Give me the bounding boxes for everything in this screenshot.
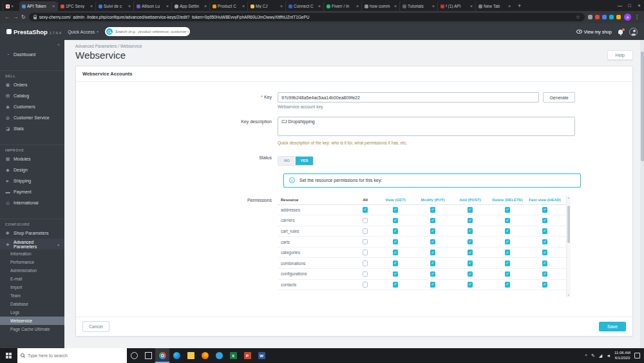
checkbox-permission[interactable]: ✓ bbox=[430, 228, 436, 234]
browser-tab[interactable]: Product C× bbox=[209, 1, 247, 11]
browser-tab[interactable]: M× bbox=[3, 1, 19, 11]
checkbox-permission[interactable]: ✓ bbox=[468, 228, 473, 234]
generate-button[interactable]: Generate bbox=[543, 92, 575, 103]
action-center-icon[interactable] bbox=[634, 353, 640, 358]
tab-close-icon[interactable]: × bbox=[508, 4, 511, 8]
sidebar-item-orders[interactable]: ▣Orders bbox=[0, 79, 64, 90]
sidebar-item-shop-parameters[interactable]: ✱Shop Parameters bbox=[0, 228, 64, 239]
url-text[interactable]: sexy-cherry.com/_admin_/index.php/config… bbox=[39, 15, 573, 19]
admin-profile-avatar[interactable] bbox=[629, 28, 638, 36]
checkbox-all[interactable]: ✓ bbox=[363, 207, 368, 213]
scroll-up-icon[interactable]: ▴ bbox=[567, 196, 571, 199]
checkbox-permission[interactable]: ✓ bbox=[393, 271, 399, 277]
checkbox-permission[interactable]: ✓ bbox=[430, 271, 436, 277]
checkbox-permission[interactable]: ✓ bbox=[430, 250, 436, 255]
sidebar-item-customer-service[interactable]: ◍Customer Service bbox=[0, 112, 64, 123]
checkbox-permission[interactable]: ✓ bbox=[468, 218, 473, 224]
browser-tab[interactable]: My CJ× bbox=[247, 1, 285, 11]
checkbox-permission[interactable]: ✓ bbox=[468, 282, 473, 288]
skype-icon[interactable] bbox=[212, 348, 226, 363]
powerpoint-icon[interactable] bbox=[240, 348, 254, 363]
checkbox-permission[interactable]: ✓ bbox=[542, 271, 548, 277]
scrollbar-thumb[interactable] bbox=[567, 206, 570, 243]
browser-menu-icon[interactable]: ⋮ bbox=[634, 14, 639, 20]
status-yes-option[interactable]: YES bbox=[296, 157, 313, 165]
back-icon[interactable]: ← bbox=[5, 14, 10, 20]
tab-close-icon[interactable]: × bbox=[11, 4, 14, 8]
save-button[interactable]: Save bbox=[599, 322, 626, 331]
status-no-option[interactable]: NO bbox=[278, 157, 296, 165]
sidebar-subitem-administration[interactable]: Administration bbox=[0, 266, 64, 275]
file-explorer-icon[interactable] bbox=[184, 348, 198, 363]
speaker-icon[interactable]: ◄ bbox=[606, 353, 611, 358]
browser-tab[interactable]: II(1) API× bbox=[437, 1, 475, 11]
extension-icon-5[interactable] bbox=[616, 15, 621, 19]
sidebar-item-stats[interactable]: ◪Stats bbox=[0, 123, 64, 134]
checkbox-permission[interactable]: ✓ bbox=[430, 207, 436, 213]
admin-search-input[interactable] bbox=[115, 30, 189, 34]
sidebar-subitem-performance[interactable]: Performance bbox=[0, 258, 64, 266]
excel-icon[interactable] bbox=[226, 348, 240, 363]
bookmark-star-icon[interactable]: ☆ bbox=[576, 14, 580, 20]
sidebar-item-payment[interactable]: ▬Payment bbox=[0, 186, 64, 197]
checkbox-permission[interactable]: ✓ bbox=[393, 282, 399, 288]
sidebar-item-international[interactable]: ◎International bbox=[0, 197, 64, 208]
tab-close-icon[interactable]: × bbox=[204, 4, 207, 8]
minimize-button[interactable]: — bbox=[615, 0, 625, 11]
view-my-shop-link[interactable]: View my shop bbox=[576, 30, 612, 34]
tab-close-icon[interactable]: × bbox=[280, 4, 283, 8]
checkbox-permission[interactable]: ✓ bbox=[468, 260, 473, 266]
tab-close-icon[interactable]: × bbox=[432, 4, 435, 8]
scroll-down-icon[interactable]: ▾ bbox=[567, 293, 571, 297]
tab-close-icon[interactable]: × bbox=[90, 4, 93, 8]
checkbox-permission[interactable]: ✓ bbox=[393, 260, 399, 266]
checkbox-all[interactable] bbox=[363, 218, 368, 224]
pen-icon[interactable]: ✎ bbox=[591, 353, 595, 358]
reload-icon[interactable]: ↻ bbox=[21, 14, 26, 20]
sidebar-subitem-database[interactable]: Database bbox=[0, 300, 64, 308]
start-button[interactable] bbox=[0, 348, 17, 363]
page-scrollbar-thumb[interactable] bbox=[641, 52, 644, 161]
browser-tab[interactable]: Tutorials× bbox=[399, 1, 437, 11]
checkbox-permission[interactable]: ✓ bbox=[542, 228, 548, 234]
checkbox-permission[interactable]: ✓ bbox=[542, 250, 548, 255]
checkbox-permission[interactable]: ✓ bbox=[542, 282, 548, 288]
checkbox-permission[interactable]: ✓ bbox=[393, 228, 399, 234]
sidebar-collapse-icon[interactable]: « bbox=[0, 40, 64, 49]
checkbox-permission[interactable]: ✓ bbox=[542, 239, 548, 245]
tray-chevron-up-icon[interactable]: ^ bbox=[585, 353, 587, 358]
taskbar-search[interactable] bbox=[17, 348, 127, 363]
extension-icon-2[interactable] bbox=[595, 15, 600, 19]
tab-close-icon[interactable]: × bbox=[356, 4, 359, 8]
key-input[interactable] bbox=[278, 92, 539, 103]
browser-tab[interactable]: Fiverr / In× bbox=[323, 1, 361, 11]
checkbox-permission[interactable]: ✓ bbox=[430, 260, 436, 266]
checkbox-permission[interactable]: ✓ bbox=[393, 207, 399, 213]
sidebar-subitem-webservice[interactable]: Webservice bbox=[0, 317, 64, 325]
tab-close-icon[interactable]: × bbox=[166, 4, 169, 8]
checkbox-permission[interactable]: ✓ bbox=[468, 207, 473, 213]
sidebar-subitem-information[interactable]: Information bbox=[0, 250, 64, 258]
address-bar[interactable]: sexy-cherry.com/_admin_/index.php/config… bbox=[29, 13, 585, 21]
checkbox-permission[interactable]: ✓ bbox=[430, 282, 436, 288]
browser-tab[interactable]: App Settin× bbox=[171, 1, 209, 11]
admin-search[interactable] bbox=[105, 27, 190, 36]
checkbox-permission[interactable]: ✓ bbox=[468, 250, 473, 255]
task-view-icon[interactable] bbox=[141, 348, 155, 363]
tab-close-icon[interactable]: × bbox=[394, 4, 397, 8]
checkbox-permission[interactable]: ✓ bbox=[430, 218, 436, 224]
checkbox-all[interactable] bbox=[363, 250, 368, 255]
cancel-button[interactable]: Cancel bbox=[82, 321, 109, 332]
checkbox-permission[interactable]: ✓ bbox=[468, 239, 473, 245]
checkbox-permission[interactable]: ✓ bbox=[505, 228, 511, 234]
checkbox-all[interactable] bbox=[363, 282, 368, 288]
sidebar-item-design[interactable]: ◆Design bbox=[0, 164, 64, 175]
checkbox-all[interactable] bbox=[363, 239, 368, 245]
browser-tab[interactable]: Suivi de c× bbox=[95, 1, 133, 11]
forward-icon[interactable]: → bbox=[13, 14, 18, 20]
sidebar-item-advanced-parameters[interactable]: ◈Advanced Parameters▴ bbox=[0, 239, 64, 250]
sidebar-subitem-page-cache-ultimate[interactable]: Page Cache Ultimate bbox=[0, 325, 64, 333]
close-button[interactable]: × bbox=[634, 0, 644, 11]
checkbox-permission[interactable]: ✓ bbox=[393, 218, 399, 224]
notifications-bell-icon[interactable] bbox=[618, 30, 623, 34]
